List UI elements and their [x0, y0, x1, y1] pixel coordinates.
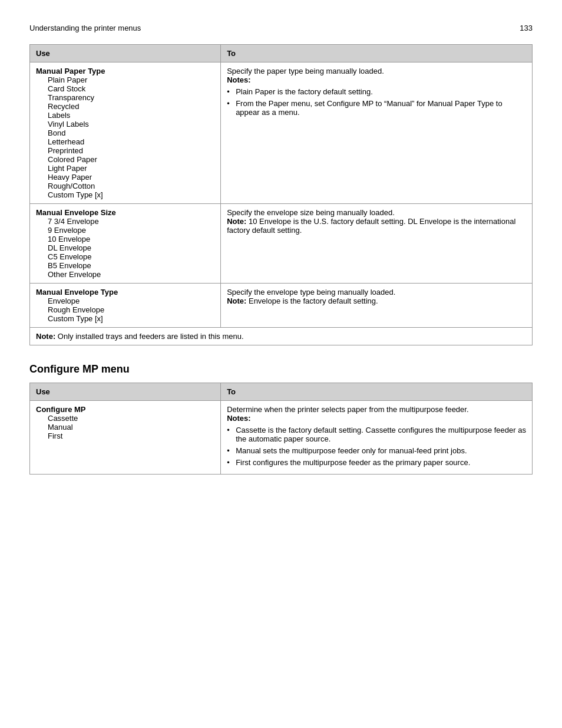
use-item: Plain Paper — [36, 75, 87, 84]
note-bold: Note: — [227, 217, 246, 226]
bullet-list: Cassette is the factory default setting.… — [227, 426, 526, 467]
col1-header: Use — [30, 45, 221, 62]
table-row: Manual Envelope TypeEnvelopeRough Envelo… — [30, 284, 533, 328]
col2-header: To — [221, 45, 533, 62]
table2-header-row: Use To — [30, 383, 533, 401]
table-row: Manual Paper TypePlain PaperCard StockTr… — [30, 62, 533, 204]
row-title: Configure MP — [36, 405, 86, 414]
bullet-list: Plain Paper is the factory default setti… — [227, 87, 526, 117]
table-row: Configure MPCassetteManualFirstDetermine… — [30, 401, 533, 475]
use-item: B5 Envelope — [36, 261, 91, 270]
use-item: Heavy Paper — [36, 173, 92, 182]
notes-label: Notes: — [227, 414, 250, 423]
row-title: Manual Envelope Type — [36, 288, 118, 297]
main-table: Use To Manual Paper TypePlain PaperCard … — [29, 44, 533, 345]
table-header-row: Use To — [30, 45, 533, 62]
use-item: Rough Envelope — [36, 305, 104, 314]
use-item: 9 Envelope — [36, 226, 86, 235]
table-row: Manual Envelope Size7 3/4 Envelope9 Enve… — [30, 204, 533, 284]
use-item: Letterhead — [36, 137, 84, 146]
note-rest: Envelope is the factory default setting. — [246, 297, 378, 305]
use-item: Envelope — [36, 297, 80, 305]
use-item: Light Paper — [36, 164, 87, 173]
notes-label: Notes: — [227, 75, 250, 84]
use-item: Card Stock — [36, 84, 85, 93]
use-item: C5 Envelope — [36, 252, 91, 261]
use-item: First — [36, 431, 62, 440]
note-bold: Note: — [227, 297, 246, 305]
to-cell: Specify the envelope size being manually… — [221, 204, 533, 284]
use-item: Transparency — [36, 93, 94, 102]
to-cell: Determine when the printer selects paper… — [221, 401, 533, 475]
use-item: Manual — [36, 423, 73, 431]
to-text: Specify the envelope type being manually… — [227, 288, 395, 297]
use-item: Other Envelope — [36, 270, 101, 279]
to-text: Specify the paper type being manually lo… — [227, 67, 384, 75]
bullet-item: Manual sets the multipurpose feeder only… — [227, 446, 526, 455]
use-cell: Manual Paper TypePlain PaperCard StockTr… — [30, 62, 221, 204]
section2-title: Configure MP menu — [29, 363, 533, 375]
bullet-item: Cassette is the factory default setting.… — [227, 426, 526, 443]
use-item: 7 3/4 Envelope — [36, 217, 99, 226]
use-cell: Configure MPCassetteManualFirst — [30, 401, 221, 475]
to-text: Specify the envelope size being manually… — [227, 208, 395, 217]
use-cell: Manual Envelope TypeEnvelopeRough Envelo… — [30, 284, 221, 328]
row-title: Manual Envelope Size — [36, 208, 116, 217]
footer-note-row: Note: Only installed trays and feeders a… — [30, 328, 533, 345]
use-item: Cassette — [36, 414, 78, 423]
table2-col2-header: To — [221, 383, 533, 401]
bullet-item: First configures the multipurpose feeder… — [227, 458, 526, 467]
header-right: 133 — [520, 24, 533, 32]
use-item: Labels — [36, 111, 70, 120]
use-cell: Manual Envelope Size7 3/4 Envelope9 Enve… — [30, 204, 221, 284]
use-item: Colored Paper — [36, 155, 97, 164]
use-item: Custom Type [x] — [36, 190, 103, 199]
use-item: Recycled — [36, 102, 79, 111]
configure-mp-table: Use To Configure MPCassetteManualFirstDe… — [29, 383, 533, 475]
page-header: Understanding the printer menus 133 — [29, 24, 533, 32]
use-item: Rough/Cotton — [36, 182, 95, 190]
use-item: 10 Envelope — [36, 235, 90, 243]
use-item: Vinyl Labels — [36, 120, 89, 129]
use-item: DL Envelope — [36, 243, 91, 252]
note-rest: 10 Envelope is the U.S. factory default … — [227, 217, 515, 235]
use-item: Preprinted — [36, 146, 83, 155]
bullet-item: From the Paper menu, set Configure MP to… — [227, 99, 526, 117]
use-item: Bond — [36, 129, 65, 137]
row-title: Manual Paper Type — [36, 67, 105, 75]
to-cell: Specify the paper type being manually lo… — [221, 62, 533, 204]
bullet-item: Plain Paper is the factory default setti… — [227, 87, 526, 96]
to-text: Determine when the printer selects paper… — [227, 405, 468, 414]
use-item: Custom Type [x] — [36, 314, 103, 323]
table2-col1-header: Use — [30, 383, 221, 401]
to-cell: Specify the envelope type being manually… — [221, 284, 533, 328]
header-left: Understanding the printer menus — [29, 24, 141, 32]
footer-note: Note: Only installed trays and feeders a… — [30, 328, 533, 345]
